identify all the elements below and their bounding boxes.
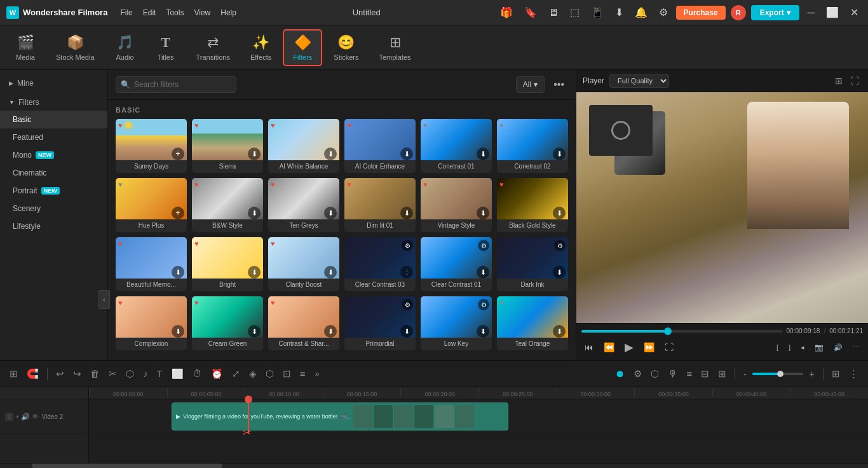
tool-transitions[interactable]: ⇄ Transitions — [187, 31, 239, 65]
notification-icon[interactable]: 🔔 — [632, 4, 651, 20]
delete-btn[interactable]: 🗑 — [87, 366, 103, 382]
menu-file[interactable]: File — [120, 8, 132, 17]
download-icon[interactable]: ⬇ — [553, 148, 566, 160]
sidebar-item-cinematic[interactable]: Cinematic — [0, 164, 107, 182]
menu-help[interactable]: Help — [220, 8, 236, 17]
settings-btn[interactable]: ⚙ — [630, 366, 645, 382]
filter-beautiful-memo[interactable]: ♥ ⬇ Beautiful Memo... — [116, 237, 187, 291]
prev-frame-btn[interactable]: ⏮ — [581, 340, 597, 354]
settings-icon[interactable]: ⚙ — [478, 240, 489, 251]
tool-titles[interactable]: T Titles — [147, 31, 185, 65]
filter-bright[interactable]: ♥ ⬇ Bright — [192, 237, 263, 291]
download-icon[interactable]: ⬇ — [477, 148, 489, 160]
filter-sierra[interactable]: ♥ ⬇ Sierra — [192, 119, 263, 173]
filter-hue-plus[interactable]: ♥ + Hue Plus — [116, 178, 187, 232]
sidebar-item-basic[interactable]: Basic — [0, 111, 107, 128]
zoom-thumb[interactable] — [777, 371, 783, 377]
filter-clear-contrast-01[interactable]: ⚙ ⬇ Clear Contrast 01 — [421, 237, 492, 291]
filter-low-key[interactable]: ⚙ ⬇ Low Key — [421, 296, 492, 350]
ai-btn[interactable]: ⬡ — [262, 366, 277, 382]
tool-audio[interactable]: 🎵 Audio — [106, 31, 144, 65]
track-audio-icon[interactable]: 🔊 — [21, 413, 30, 421]
download-icon[interactable]: ⬇ — [477, 266, 489, 279]
sidebar-filters-header[interactable]: ▼ Filters — [0, 94, 107, 111]
speed-btn[interactable]: ⏰ — [208, 366, 226, 382]
filter-clarity-boost[interactable]: ♥ ⬇ Clarity Boost — [268, 237, 339, 291]
download-icon[interactable]: ⬇ — [324, 325, 337, 338]
cut-btn[interactable]: ✂ — [105, 366, 120, 382]
download-icon[interactable]: ⬇ — [324, 148, 337, 160]
gift-icon[interactable]: 🎁 — [497, 4, 516, 20]
download-icon[interactable]: ⬇ — [172, 266, 184, 279]
download-icon[interactable]: ⬇ — [248, 266, 261, 279]
add-text-btn[interactable]: T — [154, 366, 166, 382]
voice-btn[interactable]: 🎙 — [665, 366, 681, 382]
download-icon[interactable]: ⬇ — [612, 4, 627, 20]
bookmark-icon[interactable]: 🔖 — [521, 4, 540, 20]
color-btn[interactable]: ⬜ — [168, 366, 187, 382]
record-btn[interactable]: ⏺ — [612, 366, 628, 382]
download-icon[interactable]: ⬇ — [248, 325, 261, 338]
tool-stock[interactable]: 📦 Stock Media — [47, 31, 104, 65]
zoom-out-btn[interactable]: - — [740, 366, 750, 381]
step-back-btn[interactable]: ⏪ — [600, 340, 618, 354]
filter-teal-orange[interactable]: ♥ ⬇ Teal Orange — [497, 296, 568, 350]
timer-btn[interactable]: ⏱ — [189, 366, 205, 382]
captions-btn[interactable]: ≡ — [297, 366, 309, 382]
sidebar-item-mono[interactable]: Mono NEW — [0, 146, 107, 164]
filter-vintage-style[interactable]: ♥ ⬇ Vintage Style — [421, 178, 492, 232]
grid-view-icon[interactable]: ⊞ — [832, 74, 845, 87]
download-icon[interactable]: ⬇ — [172, 325, 184, 338]
nav-left-btn[interactable]: ◂ — [797, 341, 808, 354]
crop-btn[interactable]: ⬡ — [123, 366, 137, 382]
progress-thumb[interactable] — [664, 327, 672, 335]
purchase-button[interactable]: Purchase — [676, 6, 726, 20]
fullscreen-btn[interactable]: ⛶ — [661, 340, 677, 354]
filter-conetrast-01[interactable]: ♥ ⬇ Conetrast 01 — [421, 119, 492, 173]
filter-dark-ink[interactable]: ⚙ ⬇ Dark Ink — [497, 237, 568, 291]
add-icon[interactable]: + — [172, 207, 184, 219]
filter-cream-green[interactable]: ♥ ⬇ Cream Green — [192, 296, 263, 350]
settings-icon[interactable]: ⚙ — [554, 240, 566, 251]
download-icon[interactable]: ⬇ — [477, 207, 489, 219]
menu-edit[interactable]: Edit — [143, 8, 156, 17]
expand-btn[interactable]: ⋮ — [846, 366, 862, 382]
settings-icon[interactable]: ⚙ — [478, 299, 489, 310]
timeline-tracks[interactable]: 00:00:00:00 00:00:05:00 00:00:10:00 00:0… — [89, 387, 868, 463]
track-eye-icon[interactable]: 👁 — [32, 413, 39, 421]
more-options-btn[interactable]: ••• — [550, 78, 568, 92]
multicam-btn[interactable]: ⊡ — [280, 366, 294, 382]
filter-conetrast-02[interactable]: ♥ ⬇ Conetrast 02 — [497, 119, 568, 173]
all-dropdown[interactable]: All ▾ — [516, 76, 545, 93]
grid-icon[interactable]: ⚙ — [656, 4, 671, 20]
download-icon[interactable]: ⬇ — [400, 148, 413, 160]
tool-templates[interactable]: ⊞ Templates — [370, 31, 419, 65]
sidebar-item-scenery[interactable]: Scenery — [0, 200, 107, 217]
minimize-icon[interactable]: ─ — [804, 5, 818, 20]
fullscreen-icon[interactable]: ⛶ — [848, 74, 862, 87]
minimize-player-icon[interactable]: ⬚ — [567, 4, 583, 20]
download-icon[interactable]: ⬇ — [400, 207, 413, 219]
filter-ai-color-enhance[interactable]: ♥ ⬇ AI Color Enhance — [344, 119, 416, 173]
sidebar-mine-header[interactable]: ▶ Mine — [0, 75, 107, 92]
download-icon[interactable]: ⬇ — [248, 207, 261, 219]
menu-tools[interactable]: Tools — [166, 8, 184, 17]
filter-dim-lit-01[interactable]: ♥ ⬇ Dim lit 01 — [344, 178, 416, 232]
filter-clear-contrast-03[interactable]: ⚙ ⋮ Clear Contrast 03 — [344, 237, 416, 291]
audio-btn[interactable]: 🔊 — [831, 341, 846, 354]
filter-complexion[interactable]: ♥ ⬇ Complexion — [116, 296, 187, 350]
restore-icon[interactable]: ⬜ — [823, 4, 842, 20]
more-options-icon[interactable]: ⋮ — [400, 266, 413, 279]
search-input[interactable] — [116, 76, 236, 93]
zoom-in-btn[interactable]: + — [806, 366, 818, 381]
redo-btn[interactable]: ↪ — [70, 366, 85, 382]
arrange-btn[interactable]: ⊟ — [698, 366, 712, 382]
grid-layout-btn[interactable]: ⊞ — [829, 366, 843, 382]
tool-filters[interactable]: 🔶 Filters — [283, 29, 322, 66]
mark-out-btn[interactable]: ] — [785, 341, 794, 353]
filter-ai-white-balance[interactable]: ♥ ⬇ AI White Balance — [268, 119, 339, 173]
tool-media[interactable]: 🎬 Media — [6, 31, 44, 65]
download-icon[interactable]: ⬇ — [553, 325, 566, 338]
sidebar-item-featured[interactable]: Featured — [0, 128, 107, 146]
snap-btn[interactable]: ⬡ — [648, 366, 662, 382]
